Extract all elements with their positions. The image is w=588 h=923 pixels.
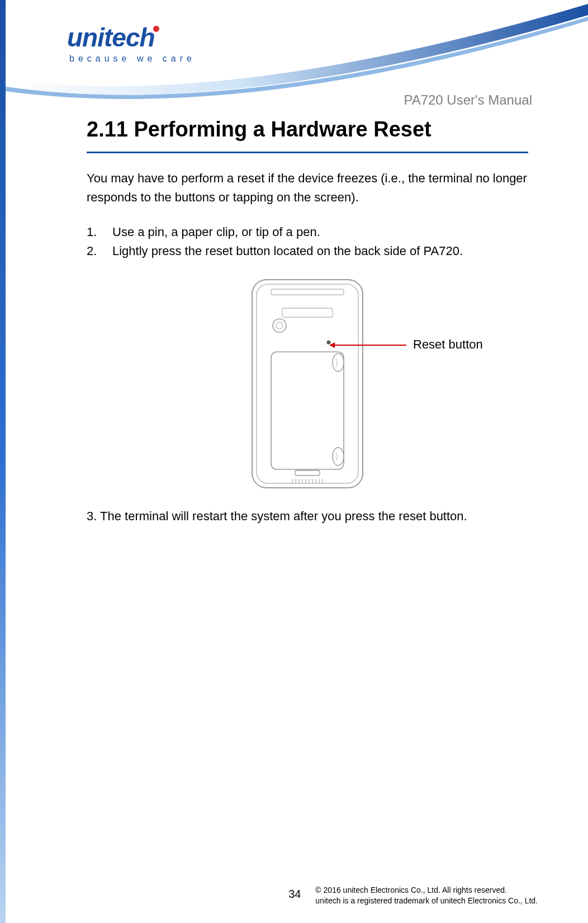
step-number: 2. <box>87 242 112 261</box>
logo-text: unitech <box>67 23 155 52</box>
logo-dot-icon <box>153 26 159 32</box>
step-text: Lightly press the reset button located o… <box>112 242 463 261</box>
device-back-icon <box>249 277 366 490</box>
copyright-block: © 2016 unitech Electronics Co., Ltd. All… <box>315 885 538 906</box>
logo-wordmark: unitech <box>67 22 196 53</box>
svg-rect-7 <box>271 352 344 469</box>
step-item: 2. Lightly press the reset button locate… <box>87 242 528 261</box>
device-figure: Reset button <box>87 277 528 496</box>
svg-rect-10 <box>295 470 320 475</box>
intro-paragraph: You may have to perform a reset if the d… <box>87 169 528 207</box>
steps-list: 1. Use a pin, a paper clip, or tip of a … <box>87 223 528 261</box>
svg-point-9 <box>333 448 344 465</box>
copyright-line-1: © 2016 unitech Electronics Co., Ltd. All… <box>315 886 507 894</box>
content-area: 2.11 Performing a Hardware Reset You may… <box>87 117 528 526</box>
callout-label: Reset button <box>413 337 483 352</box>
step-item: 1. Use a pin, a paper clip, or tip of a … <box>87 223 528 242</box>
section-heading: 2.11 Performing a Hardware Reset <box>87 117 528 142</box>
logo: unitech because we care <box>67 22 196 64</box>
logo-tagline: because we care <box>69 54 196 64</box>
step-number: 1. <box>87 223 112 242</box>
step-text: Use a pin, a paper clip, or tip of a pen… <box>112 223 320 242</box>
document-title: PA720 User's Manual <box>404 92 532 108</box>
copyright-line-2: unitech is a registered trademark of uni… <box>315 896 538 905</box>
page-number: 34 <box>288 888 301 901</box>
callout-arrow-icon <box>330 345 406 346</box>
page: unitech because we care PA720 User's Man… <box>0 0 588 923</box>
heading-underline <box>87 152 528 153</box>
svg-point-8 <box>333 354 344 371</box>
page-header: unitech because we care PA720 User's Man… <box>0 0 588 112</box>
page-footer: 34 © 2016 unitech Electronics Co., Ltd. … <box>288 885 538 906</box>
step-3-text: 3. The terminal will restart the system … <box>87 507 528 526</box>
left-decorative-stripe <box>0 0 6 923</box>
